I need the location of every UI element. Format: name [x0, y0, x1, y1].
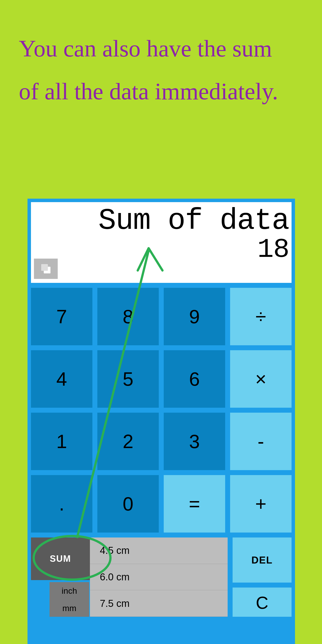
keypad: 7 8 9 ÷ 4 5 6 × 1 2 3 - . 0 = + [31, 288, 292, 532]
calculator-display: Sum of data 18 [31, 202, 292, 283]
delete-button[interactable]: DEL [232, 538, 292, 582]
bottom-panel: SUM inch mm 4.5 cm 6.0 cm 7.5 cm DEL C [31, 538, 292, 617]
key-0[interactable]: 0 [97, 475, 159, 532]
key-divide[interactable]: ÷ [230, 288, 292, 345]
sum-button[interactable]: SUM [31, 538, 90, 580]
key-row-1: 7 8 9 ÷ [31, 288, 292, 345]
key-9[interactable]: 9 [164, 288, 225, 345]
display-result: 18 [31, 234, 289, 265]
key-equals[interactable]: = [164, 475, 225, 532]
key-plus[interactable]: + [230, 475, 292, 532]
unit-inch[interactable]: inch [50, 582, 89, 600]
key-6[interactable]: 6 [164, 350, 225, 408]
promo-caption: You can also have the sum of all the dat… [19, 27, 297, 113]
key-4[interactable]: 4 [31, 350, 92, 408]
key-7[interactable]: 7 [31, 288, 92, 345]
copy-button[interactable] [34, 258, 58, 279]
clear-button[interactable]: C [232, 588, 292, 617]
svg-rect-1 [41, 264, 48, 271]
copy-icon [40, 262, 52, 275]
key-multiply[interactable]: × [230, 350, 292, 408]
unit-mm[interactable]: mm [50, 600, 89, 617]
key-2[interactable]: 2 [97, 413, 159, 470]
key-5[interactable]: 5 [97, 350, 159, 408]
data-item-1[interactable]: 4.5 cm [90, 538, 228, 564]
calculator-app: Sum of data 18 7 8 9 ÷ 4 5 6 × 1 2 3 - [28, 199, 295, 644]
unit-list: inch mm [50, 582, 89, 617]
data-item-2[interactable]: 6.0 cm [90, 564, 228, 590]
key-3[interactable]: 3 [164, 413, 225, 470]
key-decimal[interactable]: . [31, 475, 92, 532]
key-8[interactable]: 8 [97, 288, 159, 345]
key-minus[interactable]: - [230, 413, 292, 470]
data-list: 4.5 cm 6.0 cm 7.5 cm [90, 538, 228, 617]
display-label: Sum of data [31, 202, 289, 238]
key-row-2: 4 5 6 × [31, 350, 292, 408]
right-controls: DEL C [232, 538, 292, 617]
data-item-3[interactable]: 7.5 cm [90, 590, 228, 617]
key-row-3: 1 2 3 - [31, 413, 292, 470]
key-1[interactable]: 1 [31, 413, 92, 470]
left-controls: SUM inch mm [31, 538, 90, 617]
key-row-4: . 0 = + [31, 475, 292, 532]
